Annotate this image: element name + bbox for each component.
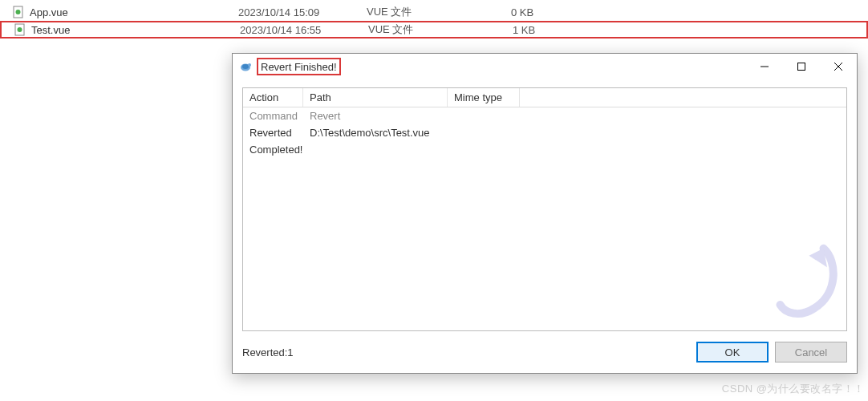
- cell-path: D:\Test\demo\src\Test.vue: [303, 127, 448, 139]
- file-size: 0 KB: [511, 6, 575, 18]
- vue-file-icon: [14, 23, 26, 36]
- csdn-watermark: CSDN @为什么要改名字！！: [722, 382, 865, 396]
- table-row[interactable]: Completed!: [243, 141, 846, 158]
- table-row[interactable]: Command Revert: [243, 107, 846, 124]
- table-header: Action Path Mime type: [243, 88, 846, 107]
- file-name: Test.vue: [31, 24, 240, 36]
- header-action[interactable]: Action: [243, 88, 303, 107]
- svg-rect-8: [798, 63, 805, 71]
- file-size: 1 KB: [513, 24, 577, 36]
- cell-action: Completed!: [243, 144, 303, 156]
- window-controls: [746, 55, 857, 79]
- file-list: App.vue 2023/10/14 15:09 VUE 文件 0 KB Tes…: [0, 0, 868, 42]
- result-table: Action Path Mime type Command Revert Rev…: [242, 87, 847, 331]
- cancel-button: Cancel: [775, 342, 847, 363]
- status-row: Reverted:1 OK Cancel: [242, 339, 847, 365]
- ok-button[interactable]: OK: [696, 342, 769, 363]
- svg-point-3: [18, 27, 22, 32]
- revert-arrow-icon: [769, 239, 842, 327]
- file-name: App.vue: [30, 6, 238, 18]
- file-row[interactable]: App.vue 2023/10/14 15:09 VUE 文件 0 KB: [0, 3, 868, 21]
- maximize-button[interactable]: [783, 55, 820, 79]
- dialog-title-highlight: Revert Finished!: [257, 58, 341, 75]
- file-date: 2023/10/14 15:09: [238, 6, 367, 18]
- table-row[interactable]: Reverted D:\Test\demo\src\Test.vue: [243, 124, 846, 141]
- table-body: Command Revert Reverted D:\Test\demo\src…: [243, 107, 846, 158]
- minimize-button[interactable]: [746, 55, 783, 79]
- dialog-title: Revert Finished!: [261, 61, 337, 73]
- revert-dialog: Revert Finished! Action Path Mime type: [232, 53, 858, 374]
- cell-action: Reverted: [243, 127, 303, 139]
- tortoise-svn-icon: [239, 60, 252, 73]
- button-row: OK Cancel: [696, 342, 847, 363]
- dialog-body: Action Path Mime type Command Revert Rev…: [233, 79, 857, 373]
- titlebar[interactable]: Revert Finished!: [233, 54, 857, 79]
- cell-path: Revert: [303, 110, 448, 122]
- svg-point-1: [16, 10, 21, 14]
- cell-action: Command: [243, 110, 303, 122]
- close-button[interactable]: [820, 55, 857, 79]
- header-path[interactable]: Path: [303, 88, 448, 107]
- file-date: 2023/10/14 16:55: [240, 24, 368, 36]
- file-type: VUE 文件: [368, 22, 513, 37]
- svg-point-6: [248, 63, 251, 67]
- file-type: VUE 文件: [367, 5, 511, 19]
- vue-file-icon: [12, 6, 25, 18]
- file-row-highlighted[interactable]: Test.vue 2023/10/14 16:55 VUE 文件 1 KB: [0, 21, 868, 38]
- header-mime[interactable]: Mime type: [448, 88, 520, 107]
- status-text: Reverted:1: [242, 346, 294, 358]
- svg-point-5: [242, 64, 249, 69]
